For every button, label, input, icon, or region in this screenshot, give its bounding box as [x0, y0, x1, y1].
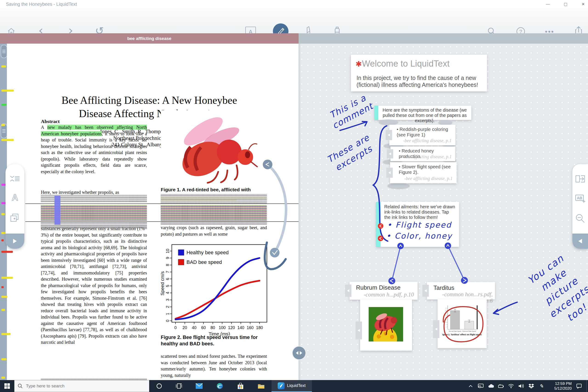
- maximize-button[interactable]: ▢: [558, 0, 572, 8]
- send-to-workspace-icon[interactable]: [575, 174, 586, 184]
- tray-wifi-icon[interactable]: [506, 380, 516, 392]
- picture-excerpt-header-tarditus[interactable]: Tarditus -common hon...rs.pdf, p.6: [427, 282, 495, 300]
- comment-related-ailments[interactable]: Related ailments: here we've drawn ink-l…: [376, 202, 459, 247]
- highlight-tick: [2, 104, 6, 106]
- taskbar-search-box[interactable]: [14, 380, 149, 392]
- svg-text:Speed cm/s: Speed cm/s: [161, 271, 165, 296]
- svg-text:BAD bee speed: BAD bee speed: [186, 259, 222, 265]
- picture-excerpt-body-tarditus[interactable]: 1 2 3 4 5 6 7 8 9 Normal Flight Speed Re…: [438, 300, 487, 348]
- tray-windows-ink-icon[interactable]: ✎: [536, 380, 546, 392]
- search-icon: [18, 384, 23, 388]
- collapsed-text-region[interactable]: [161, 222, 267, 224]
- panel-expand-button[interactable]: [6, 234, 24, 249]
- excerpt-source: -common h...pdf, p.10: [363, 292, 414, 298]
- welcome-title: Welcome to LiquidText: [362, 59, 450, 68]
- collapsed-text-region[interactable]: [161, 205, 267, 221]
- mail-app-icon[interactable]: [189, 380, 210, 392]
- system-tray: ✎ 12:59 PM 5/12/2020: [466, 380, 588, 392]
- tray-volume-icon[interactable]: [516, 380, 526, 392]
- welcome-note[interactable]: ✱Welcome to LiquidText In this project, …: [351, 55, 487, 92]
- highlight-tick: [2, 124, 5, 126]
- collapse-text-icon[interactable]: [10, 175, 20, 182]
- show-desktop-button[interactable]: [586, 380, 588, 392]
- add-text-note-icon[interactable]: AB: [575, 194, 586, 203]
- file-explorer-icon[interactable]: [251, 380, 272, 392]
- chevron-left-icon: [347, 289, 349, 292]
- pane-divider-handle[interactable]: [292, 346, 306, 360]
- pinch-handle[interactable]: [1, 45, 7, 58]
- folder-icon: [258, 383, 264, 389]
- tray-display-icon[interactable]: [476, 380, 486, 392]
- abstract-paragraph: A new malady has been observed affecting…: [41, 124, 147, 175]
- highlight-text-icon[interactable]: A: [10, 193, 20, 202]
- tarditus-figure-image: 1 2 3 4 5 6 7 8 9 Normal Flight Speed Re…: [442, 304, 482, 340]
- svg-text:9: 9: [166, 257, 170, 259]
- excerpt-tab[interactable]: [422, 285, 429, 297]
- highlight-tick: [2, 66, 6, 68]
- minimize-button[interactable]: —: [541, 0, 555, 8]
- svg-text:Figure 1. Tarditus' effect on: Figure 1. Tarditus' effect on flight spe…: [442, 333, 482, 336]
- excerpt-card[interactable]: • Reduced honey production. -bee afflict…: [390, 146, 455, 161]
- handwriting-flight-speed[interactable]: • Flight speed: [387, 220, 452, 230]
- svg-text:Reduced Flight Speed: Reduced Flight Speed: [462, 330, 476, 332]
- svg-text:5: 5: [166, 285, 170, 287]
- excerpt-tab[interactable]: [386, 130, 392, 140]
- svg-text:120: 120: [228, 326, 235, 330]
- excerpt-tab[interactable]: [387, 149, 393, 158]
- panel-expand-button[interactable]: [572, 234, 588, 249]
- excerpt-card[interactable]: • Slower flight speed (see Figure 2). -b…: [390, 162, 456, 183]
- create-excerpt-icon[interactable]: [10, 213, 20, 223]
- highlight-tick: [2, 296, 7, 298]
- tray-dropbox-icon[interactable]: [526, 380, 536, 392]
- tray-battery-icon[interactable]: [496, 380, 506, 392]
- pdf-page: Bee Afflicting Disease: A New Honeybee D…: [7, 44, 298, 380]
- workspace-tools-panel: AB: [572, 164, 588, 249]
- tray-clock[interactable]: 12:59 PM 5/12/2020: [546, 381, 572, 391]
- comment-symptoms[interactable]: Here are the symptoms of the disease (we…: [374, 106, 471, 120]
- excerpt-card[interactable]: • Reddish-purple coloring (see Figure 1)…: [389, 125, 456, 145]
- excerpt-tab[interactable]: [345, 284, 352, 297]
- figure1-caption: Figure 1. A red-tinted bee, afflicted wi…: [161, 186, 267, 193]
- store-icon: [238, 383, 244, 389]
- tray-time: 12:59 PM: [546, 381, 572, 386]
- chevron-left-icon: [424, 289, 427, 292]
- welcome-body: In this project, we try to find the caus…: [356, 74, 480, 88]
- svg-text:140: 140: [237, 326, 244, 330]
- highlight-tick: [2, 376, 5, 379]
- highlight-tick: [2, 239, 4, 241]
- search-input[interactable]: [26, 383, 137, 389]
- tray-chevron-up-icon[interactable]: [466, 380, 476, 392]
- svg-text:160: 160: [247, 326, 254, 330]
- cortana-button[interactable]: [149, 380, 169, 392]
- picture-excerpt-body-rubrum[interactable]: [360, 300, 412, 351]
- figure1-bee-image: [161, 110, 267, 186]
- action-center-button[interactable]: [572, 380, 586, 392]
- svg-text:Normal Flight Speed: Normal Flight Speed: [449, 330, 462, 332]
- highlight-tick: [2, 309, 5, 311]
- excerpt-tab[interactable]: [356, 322, 362, 340]
- zoom-out-icon[interactable]: [575, 213, 585, 224]
- document-tab[interactable]: bee afflicting disease: [0, 33, 298, 44]
- start-button[interactable]: [0, 380, 14, 392]
- picture-excerpt-header-rubrum[interactable]: Rubrum Disease -common h...pdf, p.10: [350, 282, 418, 300]
- svg-text:A: A: [12, 193, 18, 202]
- excerpt-tab[interactable]: [433, 320, 440, 338]
- svg-text:2: 2: [166, 306, 170, 308]
- highlight-tick: [2, 139, 14, 141]
- svg-text:4: 4: [166, 292, 170, 294]
- excerpt-tab[interactable]: [386, 168, 393, 178]
- edge-browser-icon[interactable]: [210, 380, 230, 392]
- store-app-icon[interactable]: [230, 380, 251, 392]
- rubrum-bee-photo: [369, 307, 403, 342]
- tray-onedrive-icon[interactable]: [486, 380, 496, 392]
- liquidtext-taskbar-button[interactable]: LiquidText: [272, 380, 312, 392]
- divider-left-arrow-icon: [296, 351, 298, 355]
- collapse-grip[interactable]: [54, 196, 60, 225]
- close-button[interactable]: ✕: [576, 0, 588, 8]
- mail-icon: [196, 383, 202, 389]
- handwriting-color-honey[interactable]: • Color, honey: [386, 231, 452, 240]
- highlight-tick: [2, 358, 6, 360]
- tray-date: 5/12/2020: [546, 386, 572, 391]
- collapsed-text-region[interactable]: [161, 194, 267, 204]
- task-view-button[interactable]: [169, 380, 189, 392]
